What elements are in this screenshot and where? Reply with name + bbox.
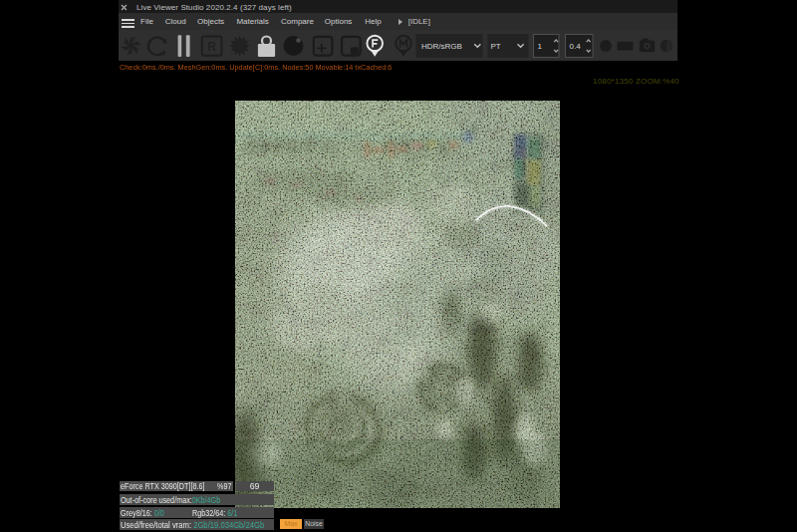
svg-text:1: 1 [538, 42, 543, 51]
svg-text:0.4: 0.4 [570, 42, 582, 51]
svg-text:PT: PT [491, 42, 501, 51]
svg-text:HDR/sRGB: HDR/sRGB [421, 42, 462, 51]
svg-text:R: R [207, 40, 216, 54]
